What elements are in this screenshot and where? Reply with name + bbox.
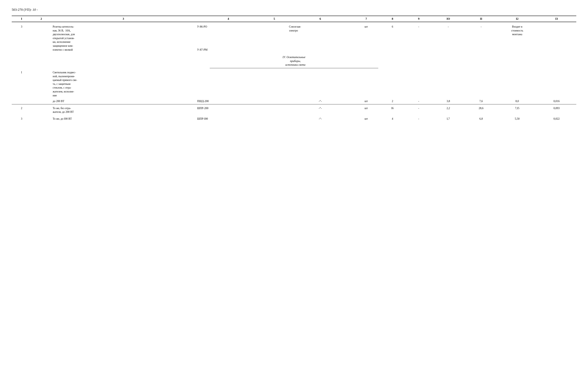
row3-col8: I6 — [379, 104, 405, 115]
row2-col3: Светильник подвес- ной, пыленепрони- цае… — [51, 69, 196, 98]
row3-col11: 28,6 — [464, 104, 497, 115]
section-header-row: IУ. Осветительные приборы, источники све… — [12, 53, 576, 69]
row2-col8 — [379, 69, 405, 98]
row3-col3: То же, без отра-жателя, до 200 ВТ — [51, 104, 196, 115]
row2-col10 — [432, 69, 464, 98]
main-table: I 2 3 4 5 6 7 8 9 IO II I2 I3 3 Розетка … — [12, 16, 576, 122]
col-header-7: 7 — [353, 16, 379, 22]
row4-col3: То же, до I00 ВТ — [51, 115, 196, 122]
row2-col4 — [195, 69, 261, 98]
row1-col11: - — [464, 22, 497, 53]
row2-col12 — [498, 69, 537, 98]
row3-col6: -“- — [288, 104, 353, 115]
row4-col6: -“- — [288, 115, 353, 122]
row3-col12: 7,I5 — [498, 104, 537, 115]
row4-col1: 3 — [12, 115, 31, 122]
row1-col5 — [261, 22, 287, 53]
row4-col9: - — [406, 115, 432, 122]
row3-col9: - — [406, 104, 432, 115]
subrow1-col9: - — [406, 98, 432, 104]
col-header-2: 2 — [31, 16, 51, 22]
subrow1-col11: 7,6 — [464, 98, 497, 104]
row2-col13 — [537, 69, 576, 98]
row3-col4: ШПР-200 — [195, 104, 261, 115]
subrow1-col1 — [12, 98, 31, 104]
row2-col11 — [464, 69, 497, 98]
subrow1-col7: шт — [353, 98, 379, 104]
col-header-11: II — [464, 16, 497, 22]
col-header-10: IO — [432, 16, 464, 22]
subrow1-col12: 8,0 — [498, 98, 537, 104]
col-header-5: 5 — [261, 16, 287, 22]
row3-col13: 0,093 — [537, 104, 576, 115]
col-header-3: 3 — [51, 16, 196, 22]
row2-col7 — [353, 69, 379, 98]
row4-col13: 0,022 — [537, 115, 576, 122]
row4-col8: 4 — [379, 115, 405, 122]
row2-col2 — [31, 69, 51, 98]
row1-col3: Розетка штепсель- ная, 36 В, 10А, двухпо… — [51, 22, 196, 53]
row2-col6 — [288, 69, 353, 98]
row1-col7: шт — [353, 22, 379, 53]
subrow1-col10: 3,8 — [432, 98, 464, 104]
page-number-left: 503-270 (УП) — [12, 8, 31, 12]
col-header-6: 6 — [288, 16, 353, 22]
col-header-12: I2 — [498, 16, 537, 22]
subrow1-col13: 0,016 — [537, 98, 576, 104]
row3-col1: 2 — [12, 104, 31, 115]
row4-col11: 6,8 — [464, 115, 497, 122]
table-row: I Светильник подвес- ной, пыленепрони- ц… — [12, 69, 576, 98]
row2-col9 — [406, 69, 432, 98]
row1-col10: - — [432, 22, 464, 53]
col-header-4: 4 — [195, 16, 261, 22]
row4-col4: ШПР-I00 — [195, 115, 261, 122]
row1-col6: Союзглав-электро — [288, 22, 353, 53]
page-header: 503-270 (УП) - 10 - — [12, 8, 576, 12]
col-header-1: I — [12, 16, 31, 22]
subrow1-col5 — [261, 98, 287, 104]
row4-col12: 5,50 — [498, 115, 537, 122]
col-header-9: 9 — [406, 16, 432, 22]
section-header-cell: IУ. Осветительные приборы, источники све… — [12, 53, 576, 69]
subrow1-col8: 2 — [379, 98, 405, 104]
table-row: 3 Розетка штепсель- ная, 36 В, 10А, двух… — [12, 22, 576, 53]
row1-col2 — [31, 22, 51, 53]
page-number-center: - 10 - — [31, 8, 38, 12]
row2-col5 — [261, 69, 287, 98]
table-row: до 200 ВТ ПШД-200 -“- шт 2 - 3,8 7,6 8,0… — [12, 98, 576, 104]
row4-col5 — [261, 115, 287, 122]
table-row: 3 То же, до I00 ВТ ШПР-I00 -“- шт 4 - I,… — [12, 115, 576, 122]
subrow1-col2 — [31, 98, 51, 104]
row3-col10: 2,2 — [432, 104, 464, 115]
row3-col2 — [31, 104, 51, 115]
subrow1-col3: до 200 ВТ — [51, 98, 196, 104]
col-header-13: I3 — [537, 16, 576, 22]
row1-col13 — [537, 22, 576, 53]
row4-col7: шт — [353, 115, 379, 122]
subrow1-col4: ПШД-200 — [195, 98, 261, 104]
row1-col12: Входит встоимостьмонтажа — [498, 22, 537, 53]
row4-col2 — [31, 115, 51, 122]
row1-col9: - — [406, 22, 432, 53]
subrow1-col6: -“- — [288, 98, 353, 104]
row2-col1: I — [12, 69, 31, 98]
table-header-row: I 2 3 4 5 6 7 8 9 IO II I2 I3 — [12, 16, 576, 22]
row1-col4: У-86-РОУ-87-РМ — [195, 22, 261, 53]
row1-col1: 3 — [12, 22, 31, 53]
row3-col5 — [261, 104, 287, 115]
col-header-8: 8 — [379, 16, 405, 22]
row3-col7: шт — [353, 104, 379, 115]
table-row: 2 То же, без отра-жателя, до 200 ВТ ШПР-… — [12, 104, 576, 115]
row4-col10: I,7 — [432, 115, 464, 122]
row1-col8: 6 — [379, 22, 405, 53]
